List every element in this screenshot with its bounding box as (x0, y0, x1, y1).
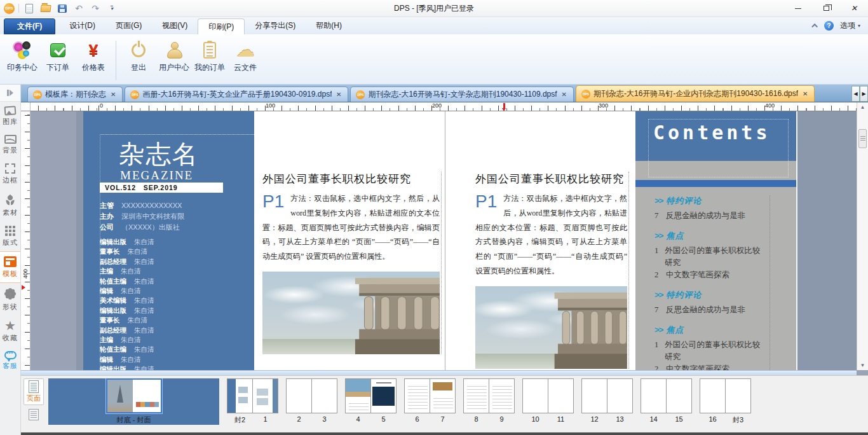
page-canvas[interactable]: 杂志名 MEGAZINE VOL.512 SEP.2019 主管XXXXXXXX… (31, 111, 857, 370)
magazine-subtitle[interactable]: MEGAZINE (120, 169, 193, 183)
menu-file[interactable]: 文件(F) (4, 18, 55, 34)
page-thumbnail[interactable]: 5 (370, 378, 397, 423)
page-thumbnail[interactable]: 11 (548, 378, 574, 423)
print-center-button[interactable]: 印务中心 (5, 38, 39, 73)
user-center-button[interactable]: 用户中心 (157, 38, 191, 73)
document-tab-company-magazine[interactable]: DPS 期刊杂志-大16开骑马钉-企业内刊杂志期刊190430-1616.dps… (576, 85, 815, 102)
contents-list[interactable]: >>特约评论 7反思金融的成功与是非 (654, 195, 770, 370)
article-title[interactable]: 外国公司董事长职权比较研究 (475, 172, 627, 186)
scroll-down-icon[interactable]: ▼ (857, 362, 868, 368)
thumbnail-preview[interactable] (522, 378, 548, 413)
thumbnail-preview[interactable] (345, 378, 371, 413)
tab-close-icon[interactable]: ✕ (560, 91, 568, 98)
page-thumbnail[interactable]: 封2 (227, 378, 253, 425)
sidebar-item-template[interactable]: 模板 (0, 251, 20, 283)
menu-print[interactable]: 印刷(P) (198, 18, 245, 34)
thumbnail-preview[interactable] (430, 378, 456, 413)
save-button[interactable] (56, 2, 69, 15)
page-thumbnail[interactable]: 4 (345, 378, 371, 423)
scroll-up-icon[interactable]: ▲ (857, 104, 868, 110)
page-thumbnail[interactable]: 2 (286, 378, 312, 423)
thumbnail-preview[interactable] (607, 378, 633, 413)
sidebar-item-border[interactable]: 边框 (0, 159, 20, 189)
page-thumbnail[interactable]: 9 (489, 378, 515, 423)
page-thumbnail[interactable]: 16 (700, 378, 726, 423)
open-file-button[interactable] (39, 2, 52, 15)
page-thumbnail[interactable]: 3 (311, 378, 337, 423)
document-tab-template-library[interactable]: DPS 模板库：期刊杂志 ✕ (27, 86, 123, 102)
masthead-block[interactable]: 主管XXXXXXXXXXXXX 主办深圳市中文科技有限 公司（XXXXX）出版社 (100, 200, 184, 233)
my-orders-button[interactable]: 我的订单 (193, 38, 227, 73)
document-tab-literary-magazine[interactable]: DPS 期刊杂志-大16开骑马钉-文学杂志期刊190430-1109.dpsf … (350, 86, 574, 102)
menu-share-export[interactable]: 分享导出(S) (245, 17, 306, 34)
menu-view[interactable]: 视图(V) (152, 17, 198, 34)
staff-list-block[interactable]: 编辑出版朱自清 董事长朱自清 副总经理朱自清 主编朱自清 轮值主编朱自清 (100, 237, 154, 370)
tab-close-icon[interactable]: ✕ (801, 90, 809, 97)
place-order-button[interactable]: 下订单 (41, 38, 75, 73)
page-thumbnail[interactable]: 1 (252, 378, 278, 423)
article-body[interactable]: P1方法：双击鼠标，选中框内文字，然后，从word里复制作文内容，粘贴进相应的文… (475, 191, 627, 279)
sidebar-item-material[interactable]: 素材 (0, 189, 20, 221)
page-thumbnail[interactable]: 6 (404, 378, 430, 423)
new-document-button[interactable] (23, 2, 36, 15)
article-body[interactable]: P1方法：双击鼠标，选中框内文字，然后，从word里复制作文内容，粘贴进相应的文… (262, 191, 440, 264)
sidebar-item-shape[interactable]: 形状 (0, 283, 20, 315)
horizontal-scrollbar[interactable] (21, 370, 857, 375)
page-thumbnail[interactable]: 封底 - 封面 (48, 378, 219, 425)
outline-view-button[interactable] (24, 407, 44, 422)
undo-button[interactable]: ↶ (72, 2, 85, 15)
volume-line[interactable]: VOL.512 SEP.2019 (100, 183, 223, 193)
page-thumbnail[interactable]: 14 (641, 378, 667, 423)
article-photo[interactable] (475, 286, 627, 369)
minimize-button[interactable] (784, 0, 812, 17)
sidebar-item-layout[interactable]: 版式 (0, 221, 20, 251)
thumbnail-preview[interactable] (286, 378, 312, 413)
scrollbar-thumb[interactable] (858, 129, 867, 148)
sidebar-item-favorites[interactable]: ★ 收藏 (0, 315, 20, 347)
cloud-files-button[interactable]: ☁ 云文件 (228, 38, 262, 73)
vertical-scrollbar[interactable]: ▲ ▼ (857, 102, 868, 370)
thumbnail-preview[interactable] (700, 378, 726, 413)
help-icon[interactable]: ? (824, 21, 834, 31)
tab-scroll-left-button[interactable]: ◀ (851, 86, 860, 102)
thumbnail-preview[interactable] (581, 378, 607, 413)
menu-help[interactable]: 帮助(H) (306, 17, 352, 34)
page-thumbnail[interactable]: 封3 (725, 378, 751, 425)
thumbnail-preview[interactable] (311, 378, 337, 413)
page-thumbnail[interactable]: 12 (581, 378, 607, 423)
sidebar-item-gallery[interactable]: 图库 (0, 102, 20, 130)
document-tab-brochure[interactable]: DPS 画册-大16开骑马钉-英文企业产品手册190430-0919.dpsf … (125, 86, 348, 102)
contents-title[interactable]: Contents (653, 121, 771, 144)
tab-close-icon[interactable]: ✕ (109, 91, 117, 98)
thumbnail-preview[interactable] (725, 378, 751, 413)
thumbnail-preview[interactable] (370, 378, 397, 413)
article-frame-left[interactable]: 外国公司董事长职权比较研究 P1方法：双击鼠标，选中框内文字，然后，从word里… (262, 172, 442, 354)
thumbnail-preview[interactable] (489, 378, 515, 413)
restore-button[interactable] (812, 0, 840, 17)
contents-page[interactable]: Contents >>特约评论 (635, 111, 796, 370)
thumbnail-preview[interactable] (404, 378, 430, 413)
sidebar-item-support[interactable]: 客服 (0, 347, 20, 375)
page-thumbnail[interactable]: 15 (666, 378, 692, 423)
magazine-title[interactable]: 杂志名 (119, 137, 199, 172)
sidebar-item-background[interactable]: 背景 (0, 130, 20, 159)
close-button[interactable]: ✕ (840, 0, 868, 17)
thumbnail-preview[interactable] (252, 378, 278, 413)
thumbnail-preview[interactable] (641, 378, 667, 413)
thumbnail-preview[interactable] (666, 378, 692, 413)
collapse-ribbon-button[interactable] (813, 24, 818, 28)
article-photo[interactable] (262, 272, 440, 354)
options-menu[interactable]: 选项▾ (840, 20, 860, 31)
page-view-button[interactable]: 页面 (24, 378, 44, 405)
menu-design[interactable]: 设计(D) (59, 17, 105, 34)
thumbnail-preview[interactable] (227, 378, 253, 413)
tab-close-icon[interactable]: ✕ (335, 91, 342, 98)
cover-page[interactable]: 杂志名 MEGAZINE VOL.512 SEP.2019 主管XXXXXXXX… (83, 111, 254, 370)
page-thumbnail[interactable]: 7 (430, 378, 456, 423)
thumbnail-preview[interactable] (106, 378, 162, 413)
page-thumbnail[interactable]: 8 (463, 378, 489, 423)
menu-page[interactable]: 页面(G) (105, 17, 152, 34)
panel-toggle-button[interactable] (0, 85, 20, 102)
article-frame-right[interactable]: 外国公司董事长职权比较研究 P1方法：双击鼠标，选中框内文字，然后，从word里… (475, 172, 629, 369)
thumbnail-preview[interactable] (548, 378, 574, 413)
